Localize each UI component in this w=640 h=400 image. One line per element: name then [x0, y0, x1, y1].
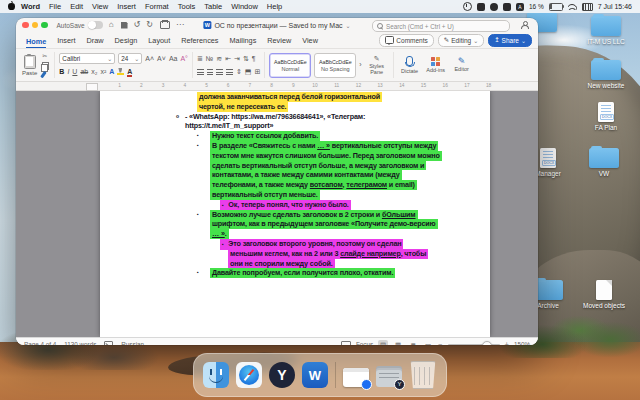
- menu-window[interactable]: Window: [231, 2, 258, 11]
- align-right-icon[interactable]: [216, 69, 223, 75]
- undo-icon[interactable]: ↺: [134, 21, 141, 29]
- font-size-select[interactable]: 24⌄: [118, 53, 142, 64]
- text-effects-icon[interactable]: A: [109, 68, 114, 76]
- tab-home[interactable]: Home: [26, 37, 46, 49]
- zoom-level[interactable]: 150%: [514, 341, 530, 345]
- zoom-button[interactable]: [41, 22, 48, 29]
- menu-clock[interactable]: 7 Jul 15:46: [598, 3, 632, 10]
- zoom-slider-knob[interactable]: [482, 341, 492, 346]
- font-color-icon[interactable]: A: [127, 68, 132, 76]
- underline-button[interactable]: U: [72, 68, 77, 76]
- align-center-icon[interactable]: [207, 69, 213, 75]
- align-left-icon[interactable]: [197, 69, 204, 75]
- menu-insert[interactable]: Insert: [117, 2, 136, 11]
- word-app-icon[interactable]: W: [302, 362, 328, 388]
- title-chevron-icon[interactable]: ⌄: [346, 22, 351, 29]
- paste-button[interactable]: Paste: [20, 50, 39, 80]
- page-indicator[interactable]: Page 4 of 4: [24, 341, 56, 345]
- tab-references[interactable]: References: [181, 36, 218, 48]
- tab-insert[interactable]: Insert: [57, 36, 75, 48]
- status-app-icon-3[interactable]: [503, 3, 511, 11]
- cut-icon[interactable]: ✂: [42, 52, 49, 60]
- styles-pane-button[interactable]: ✎ Styles Pane: [365, 55, 389, 75]
- italic-button[interactable]: I: [67, 68, 69, 76]
- save-icon[interactable]: [121, 22, 128, 29]
- menu-file[interactable]: File: [49, 2, 61, 11]
- ruler[interactable]: 123456789101112131415161718: [16, 82, 538, 91]
- more-toolbar-icon[interactable]: ⋯: [176, 21, 184, 29]
- menu-view[interactable]: View: [92, 2, 108, 11]
- battery-icon[interactable]: [549, 3, 563, 11]
- clock-icon[interactable]: [463, 2, 472, 11]
- yandex-browser-icon[interactable]: Y: [269, 362, 295, 388]
- zoom-in-button[interactable]: +: [505, 341, 509, 345]
- web-layout-view-button[interactable]: ▦: [393, 340, 403, 346]
- tab-mailings[interactable]: Mailings: [230, 36, 257, 48]
- bold-button[interactable]: B: [59, 68, 64, 76]
- tab-layout[interactable]: Layout: [148, 36, 170, 48]
- draft-view-button[interactable]: ▭: [423, 340, 433, 346]
- tab-design[interactable]: Design: [115, 36, 138, 48]
- proofing-icon[interactable]: [104, 341, 113, 346]
- tab-view[interactable]: View: [302, 36, 318, 48]
- outline-view-button[interactable]: ≣: [408, 340, 418, 346]
- editing-mode-button[interactable]: ✎ Editing ⌄: [438, 34, 484, 47]
- search-input[interactable]: Search (Cmd + Ctrl + U): [372, 20, 510, 32]
- status-app-icon-2[interactable]: [490, 3, 498, 11]
- menu-word[interactable]: Word: [21, 2, 40, 11]
- desktop-icon-fa-plan[interactable]: FA Plan: [580, 102, 632, 131]
- minimized-window-icon[interactable]: [343, 368, 369, 387]
- focus-button[interactable]: Focus: [356, 341, 373, 345]
- dictate-button[interactable]: Dictate: [398, 50, 422, 80]
- close-button[interactable]: [22, 22, 29, 29]
- superscript-button[interactable]: x²: [100, 68, 106, 76]
- outdent-icon[interactable]: ⇤: [225, 55, 231, 63]
- addins-button[interactable]: Add-ins: [424, 50, 448, 80]
- bullet-list-icon[interactable]: ≣: [197, 55, 203, 63]
- highlight-color-icon[interactable]: [117, 68, 124, 75]
- line-spacing-icon[interactable]: ⇕: [236, 68, 242, 76]
- shrink-font-icon[interactable]: A˅: [157, 55, 166, 63]
- copy-icon[interactable]: [42, 62, 49, 70]
- show-marks-icon[interactable]: ¶: [252, 55, 256, 63]
- status-app-icon-4[interactable]: A: [516, 3, 524, 11]
- menu-table[interactable]: Table: [204, 2, 222, 11]
- sort-icon[interactable]: ⇅: [243, 55, 249, 63]
- comments-button[interactable]: Comments: [379, 34, 433, 47]
- align-justify-icon[interactable]: [226, 69, 233, 75]
- status-app-icon-1[interactable]: [477, 3, 485, 11]
- print-icon[interactable]: [160, 21, 170, 29]
- indent-icon[interactable]: ⇥: [234, 55, 240, 63]
- tab-selector-icon[interactable]: [86, 83, 98, 91]
- desktop-icon-vw[interactable]: VW: [578, 148, 630, 177]
- subscript-button[interactable]: x₂: [91, 68, 97, 76]
- style-normal[interactable]: AaBbCcDdEe Normal: [269, 53, 311, 78]
- editor-button[interactable]: ✎ Editor: [450, 50, 474, 80]
- zoom-slider[interactable]: [448, 344, 500, 346]
- change-case-icon[interactable]: Aa: [169, 55, 178, 63]
- share-button[interactable]: ↥ Share ⌄: [488, 34, 532, 47]
- font-name-select[interactable]: Calibri⌄: [59, 53, 115, 64]
- desktop-icon-it-m-us-llc[interactable]: IT-M US LLC: [580, 16, 632, 45]
- borders-icon[interactable]: ⊞: [254, 68, 260, 76]
- multilevel-list-icon[interactable]: ≋: [216, 55, 222, 63]
- desktop-icon-moved-objects[interactable]: Moved objects: [578, 280, 630, 309]
- share-user-icon[interactable]: [520, 21, 528, 29]
- safari-icon[interactable]: [236, 362, 262, 388]
- numbered-list-icon[interactable]: №: [206, 55, 214, 63]
- home-icon[interactable]: ⌂: [109, 21, 114, 29]
- menu-edit[interactable]: Edit: [70, 2, 83, 11]
- tab-review[interactable]: Review: [267, 36, 291, 48]
- word-count[interactable]: 1130 words: [64, 341, 96, 345]
- zoom-out-button[interactable]: −: [438, 341, 442, 345]
- clear-format-icon[interactable]: A°: [180, 55, 187, 63]
- print-layout-view-button[interactable]: ▤: [378, 340, 388, 346]
- grow-font-icon[interactable]: A˄: [145, 55, 154, 63]
- page[interactable]: должна заканчиваться перед белой горизон…: [100, 91, 490, 337]
- keyboard-icon[interactable]: [582, 3, 593, 11]
- menu-tools[interactable]: Tools: [178, 2, 196, 11]
- desktop-icon-new-website[interactable]: New website: [580, 60, 632, 89]
- redo-icon[interactable]: ↻: [146, 21, 153, 29]
- strikethrough-button[interactable]: ab: [80, 68, 88, 76]
- downloads-stack-icon[interactable]: Y: [376, 370, 402, 387]
